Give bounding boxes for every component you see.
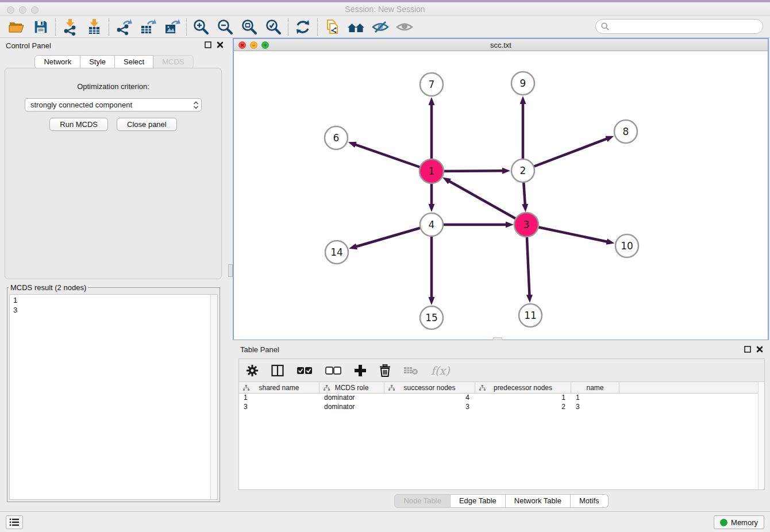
tab-network-table[interactable]: Network Table: [506, 494, 571, 508]
tab-select[interactable]: Select: [115, 55, 153, 69]
node-2[interactable]: 2: [511, 159, 534, 182]
node-3[interactable]: 3: [514, 213, 538, 237]
control-panel-header: Control Panel: [0, 38, 228, 53]
cell-shared-name[interactable]: 1: [239, 394, 319, 403]
run-mcds-button[interactable]: Run MCDS: [49, 118, 108, 131]
open-folder-icon: [8, 18, 25, 36]
column-header-predecessor-nodes[interactable]: predecessor nodes: [475, 382, 571, 393]
task-history-button[interactable]: [6, 515, 23, 529]
node-8[interactable]: 8: [614, 120, 637, 143]
tab-network[interactable]: Network: [34, 55, 80, 69]
panel-splitter-grip[interactable]: [228, 264, 233, 277]
deselect-all-button[interactable]: [325, 362, 341, 379]
control-panel-title: Control Panel: [6, 41, 51, 50]
table-row[interactable]: 1 dominator 4 1 1: [239, 394, 764, 403]
export-table-icon: [139, 18, 156, 36]
float-table-panel-icon[interactable]: [744, 346, 751, 353]
node-6[interactable]: 6: [325, 126, 348, 149]
cell-predecessor-nodes[interactable]: 1: [475, 394, 571, 403]
save-session-button[interactable]: [29, 17, 53, 37]
table-header-row: shared name MCDS role successor nodes: [239, 382, 764, 394]
cell-name[interactable]: 1: [571, 394, 619, 403]
column-header-mcds-role[interactable]: MCDS role: [319, 382, 384, 393]
zoom-in-button[interactable]: [189, 17, 213, 37]
gear-icon: [246, 364, 259, 377]
toolbar-separator: [317, 18, 318, 36]
zoom-selected-button[interactable]: [261, 17, 286, 37]
node-4[interactable]: 4: [420, 213, 443, 236]
tree-icon: [243, 385, 249, 391]
cell-shared-name[interactable]: 3: [239, 403, 319, 412]
export-image-button[interactable]: [160, 17, 184, 37]
memory-status-icon: [720, 519, 727, 526]
close-panel-button[interactable]: Close panel: [117, 118, 177, 131]
toolbar-separator: [186, 18, 187, 36]
close-table-panel-icon[interactable]: [756, 346, 763, 353]
table-scrollbar[interactable]: [758, 382, 764, 489]
memory-button[interactable]: Memory: [714, 515, 764, 529]
control-panel: Control Panel Network Style Select MCDS …: [0, 38, 228, 511]
search-input[interactable]: [612, 22, 756, 31]
show-all-button[interactable]: [392, 17, 417, 37]
export-table-button[interactable]: [136, 17, 160, 37]
zoom-out-button[interactable]: [213, 17, 237, 37]
node-9[interactable]: 9: [511, 72, 534, 95]
reset-home-button[interactable]: [344, 17, 368, 37]
function-builder-button[interactable]: f(x): [431, 362, 450, 379]
float-panel-icon[interactable]: [205, 41, 211, 48]
table-settings-button[interactable]: [246, 362, 259, 379]
mcds-result-textarea[interactable]: 1 3: [9, 294, 218, 500]
show-column-panel-button[interactable]: [271, 362, 284, 379]
tab-mcds[interactable]: MCDS: [153, 55, 193, 69]
zoom-selected-icon: [265, 18, 282, 36]
node-7[interactable]: 7: [420, 73, 443, 96]
criterion-dropdown[interactable]: strongly connected component: [25, 98, 202, 111]
node-15[interactable]: 15: [420, 306, 443, 329]
node-label: 14: [330, 246, 343, 258]
cell-mcds-role[interactable]: dominator: [319, 394, 384, 403]
column-header-shared-name[interactable]: shared name: [239, 382, 319, 393]
export-network-button[interactable]: [111, 17, 136, 37]
cell-mcds-role[interactable]: dominator: [319, 403, 384, 412]
table-row[interactable]: 3 dominator 3 2 3: [239, 403, 764, 412]
tab-edge-table[interactable]: Edge Table: [451, 494, 506, 508]
window-resize-grip[interactable]: [493, 337, 502, 340]
tab-style[interactable]: Style: [80, 55, 115, 69]
delete-column-button[interactable]: [379, 362, 391, 379]
node-label: 2: [520, 165, 526, 176]
delete-table-button[interactable]: [403, 362, 418, 379]
cell-successor-nodes[interactable]: 4: [384, 394, 475, 403]
zoom-fit-button[interactable]: [237, 17, 261, 37]
tab-node-table[interactable]: Node Table: [394, 494, 451, 508]
open-session-button[interactable]: [5, 17, 29, 37]
node-label: 10: [621, 240, 633, 252]
create-column-button[interactable]: [354, 362, 367, 379]
network-canvas-svg[interactable]: 7968124314101511: [234, 51, 768, 340]
column-header-successor-nodes[interactable]: successor nodes: [384, 382, 475, 393]
cell-successor-nodes[interactable]: 3: [384, 403, 475, 412]
node-14[interactable]: 14: [325, 241, 348, 264]
column-header-name[interactable]: name: [571, 382, 619, 393]
close-panel-icon[interactable]: [217, 41, 224, 48]
network-canvas[interactable]: 7968124314101511: [234, 51, 768, 340]
hide-selected-button[interactable]: [368, 17, 392, 37]
select-all-button[interactable]: [297, 362, 313, 379]
import-table-button[interactable]: [82, 17, 106, 37]
edge-2-8[interactable]: [523, 138, 607, 171]
node-label: 15: [425, 312, 438, 323]
node-11[interactable]: 11: [519, 304, 542, 327]
zoom-fit-icon: [241, 18, 258, 36]
copy-network-view-button[interactable]: [320, 17, 344, 37]
export-image-icon: [163, 18, 180, 36]
node-10[interactable]: 10: [615, 234, 638, 257]
import-network-button[interactable]: [58, 17, 82, 37]
network-window-titlebar[interactable]: ✕ − + scc.txt: [234, 39, 768, 51]
node-1[interactable]: 1: [419, 159, 444, 183]
result-scrollbar[interactable]: [210, 295, 217, 499]
tab-motifs[interactable]: Motifs: [571, 494, 609, 508]
refresh-view-button[interactable]: [291, 17, 315, 37]
edge-3-1[interactable]: [449, 181, 526, 225]
cell-name[interactable]: 3: [571, 403, 619, 412]
cell-predecessor-nodes[interactable]: 2: [475, 403, 571, 412]
search-field[interactable]: [595, 19, 763, 34]
